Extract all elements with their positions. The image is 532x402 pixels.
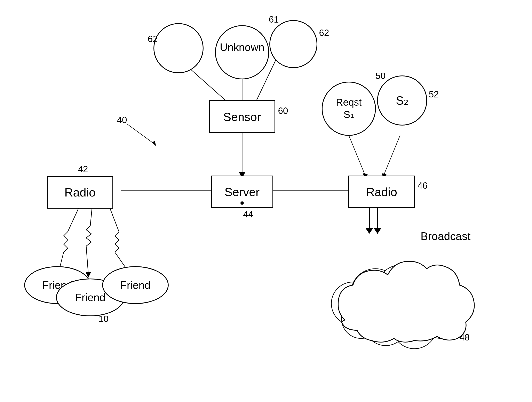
svg-line-23 (86, 238, 91, 242)
s2-label: S₂ (396, 94, 408, 107)
label-46: 46 (418, 181, 428, 190)
unknown-center-label: Unknown (220, 41, 265, 53)
svg-marker-36 (365, 228, 374, 234)
svg-line-0 (189, 68, 226, 100)
svg-line-9 (384, 135, 400, 175)
unknown-right-circle (270, 20, 317, 68)
svg-line-20 (86, 226, 90, 230)
svg-line-24 (86, 242, 91, 246)
label-10: 10 (98, 314, 108, 324)
svg-line-13 (63, 236, 68, 240)
svg-line-28 (115, 232, 119, 236)
svg-line-22 (86, 234, 91, 238)
svg-line-31 (115, 244, 119, 248)
cloud-path (338, 261, 474, 342)
radio-left-label: Radio (64, 186, 96, 199)
reqst-s1-label-line1: Reqst (336, 97, 361, 108)
svg-line-16 (63, 248, 68, 252)
diagram-container: Unknown Sensor Reqst S₁ S₂ Radio Server … (0, 0, 532, 402)
label-42: 42 (78, 164, 88, 174)
svg-line-25 (86, 246, 88, 273)
label-40: 40 (117, 115, 127, 125)
label-62-right: 62 (319, 28, 329, 38)
friend-center-label: Friend (75, 291, 105, 303)
svg-line-12 (63, 232, 68, 236)
friend-right-label: Friend (120, 279, 150, 291)
label-62-left: 62 (148, 34, 158, 44)
label-50: 50 (375, 71, 386, 81)
svg-line-11 (68, 205, 80, 232)
svg-line-49 (127, 124, 154, 144)
label-60: 60 (278, 106, 288, 116)
label-48: 48 (460, 332, 470, 342)
svg-line-17 (59, 252, 63, 269)
svg-line-27 (109, 205, 119, 232)
svg-marker-50 (152, 140, 156, 146)
server-dot (241, 201, 244, 205)
broadcast-label: Broadcast (421, 230, 470, 242)
svg-line-30 (115, 240, 119, 244)
svg-line-32 (115, 248, 119, 252)
radio-right-label: Radio (366, 185, 397, 199)
svg-line-14 (63, 240, 68, 244)
label-44: 44 (243, 209, 253, 219)
label-61: 61 (269, 14, 279, 25)
label-52: 52 (429, 89, 439, 99)
unknown-left-circle (154, 24, 203, 73)
svg-line-7 (349, 135, 365, 175)
reqst-s1-circle (322, 82, 375, 135)
svg-line-29 (115, 236, 119, 240)
svg-marker-38 (374, 228, 382, 234)
reqst-s1-label-line2: S₁ (343, 109, 354, 120)
sensor-label: Sensor (223, 110, 261, 124)
svg-line-21 (86, 230, 91, 234)
svg-line-15 (63, 244, 68, 248)
server-label: Server (225, 185, 260, 199)
